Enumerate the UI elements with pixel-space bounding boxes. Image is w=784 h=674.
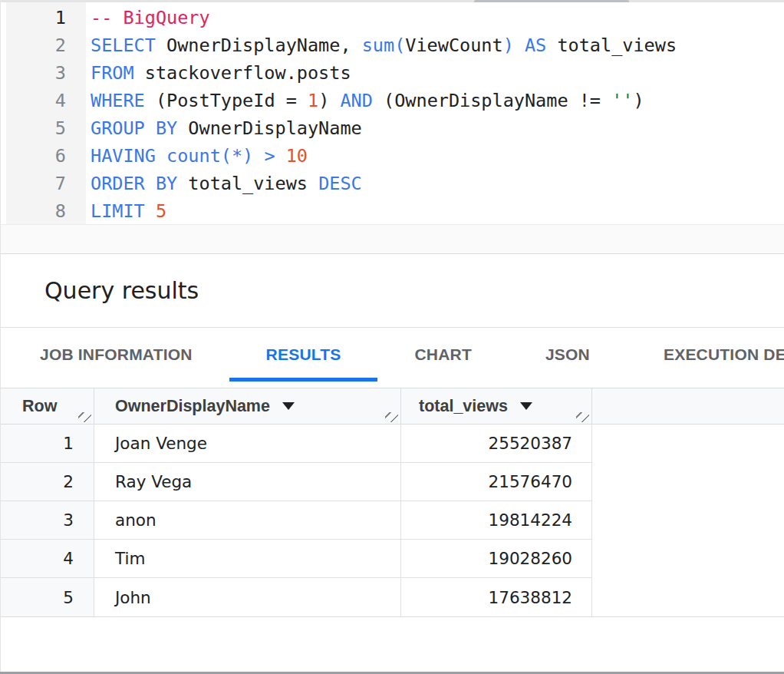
code-token-kw: sum(	[362, 35, 406, 56]
code-token-pln: OwnerDisplayName,	[156, 35, 362, 56]
code-line: SELECT OwnerDisplayName, sum(ViewCount) …	[91, 31, 784, 59]
code-token-pln: total_views	[177, 173, 318, 194]
sql-editor[interactable]: 12345678 -- BigQuerySELECT OwnerDisplayN…	[0, 2, 784, 225]
table-body: 1Joan Venge255203872Ray Vega215764703ano…	[0, 425, 784, 616]
line-number: 1	[6, 4, 86, 31]
code-token-kw: SELECT	[91, 35, 156, 56]
editor-results-gap	[0, 225, 784, 254]
owner-name-cell: Ray Vega	[94, 463, 401, 501]
code-token-pln: )	[633, 90, 644, 111]
code-token-kw: AS	[525, 35, 546, 56]
line-number: 5	[6, 114, 86, 142]
results-table: RowOwnerDisplayNametotal_views 1Joan Ven…	[0, 388, 784, 617]
column-resize-handle[interactable]	[576, 412, 589, 422]
tabs-row: JOB INFORMATIONRESULTSCHARTJSONEXECUTION…	[3, 328, 784, 382]
code-line: ORDER BY total_views DESC	[91, 170, 784, 197]
line-number: 3	[6, 59, 86, 87]
caret-down-icon[interactable]	[282, 402, 295, 410]
line-number: 8	[6, 197, 86, 225]
total-views-cell: 25520387	[401, 425, 592, 463]
tab-results[interactable]: RESULTS	[229, 328, 378, 382]
code-token-kw: count(*)	[166, 145, 253, 167]
line-number: 7	[6, 170, 86, 197]
table-header: RowOwnerDisplayNametotal_views	[0, 388, 784, 425]
query-results-title: Query results	[44, 254, 199, 327]
code-token-pln: stackoverflow.posts	[134, 62, 351, 84]
code-token-num: 1	[308, 90, 318, 111]
code-token-kw: AND	[340, 90, 372, 111]
line-number-gutter: 12345678	[6, 2, 86, 224]
code-token-kw: WHERE	[91, 90, 145, 111]
table-bottom-border	[0, 616, 784, 617]
code-token-pln	[514, 35, 525, 56]
total-views-cell: 19814224	[401, 501, 592, 540]
table-row: 4Tim19028260	[0, 540, 784, 578]
row-filler-cell	[592, 425, 784, 463]
table-row: 2Ray Vega21576470	[0, 463, 784, 501]
code-token-kw: >	[264, 145, 275, 167]
tab-json[interactable]: JSON	[509, 328, 627, 382]
owner-name-cell: John	[94, 578, 401, 616]
code-token-kw: HAVING	[91, 145, 156, 167]
row-number-cell: 4	[0, 540, 94, 578]
code-line: WHERE (PostTypeId = 1) AND (OwnerDisplay…	[91, 87, 784, 114]
tab-execution-details[interactable]: EXECUTION DETAILS	[627, 328, 784, 382]
code-token-pln: (OwnerDisplayName !=	[373, 90, 611, 111]
code-token-pln: OwnerDisplayName	[177, 117, 362, 139]
column-header-ownerdisplayname: OwnerDisplayName	[94, 388, 401, 424]
code-token-kw: ORDER BY	[91, 173, 177, 194]
code-line: FROM stackoverflow.posts	[91, 59, 784, 87]
total-views-cell: 21576470	[401, 463, 592, 501]
query-results-panel-header: Query results	[0, 254, 784, 328]
owner-name-cell: Tim	[94, 540, 401, 578]
line-number: 2	[6, 31, 86, 59]
results-tabbar: JOB INFORMATIONRESULTSCHARTJSONEXECUTION…	[0, 328, 784, 388]
caret-down-icon[interactable]	[520, 402, 532, 410]
row-number-cell: 5	[0, 578, 94, 616]
code-token-pln	[156, 145, 166, 167]
code-token-com: -- BigQuery	[91, 7, 210, 28]
line-number: 4	[6, 87, 86, 114]
row-filler-cell	[592, 463, 784, 501]
code-line: GROUP BY OwnerDisplayName	[91, 114, 784, 142]
code-token-kw: LIMIT	[91, 200, 145, 222]
header-filler	[592, 388, 784, 424]
row-number-cell: 2	[0, 463, 94, 501]
column-header-row: Row	[0, 388, 94, 424]
code-line: -- BigQuery	[91, 4, 784, 31]
code-area[interactable]: -- BigQuerySELECT OwnerDisplayName, sum(…	[91, 2, 784, 226]
owner-name-cell: Joan Venge	[94, 425, 401, 463]
code-token-pln: )	[318, 90, 340, 111]
code-line: LIMIT 5	[91, 197, 784, 225]
row-filler-cell	[592, 540, 784, 578]
row-number-cell: 3	[0, 501, 94, 540]
code-token-kw: )	[503, 35, 514, 56]
code-token-str: ''	[611, 90, 633, 111]
column-resize-handle[interactable]	[385, 412, 398, 422]
column-label: Row	[22, 397, 57, 416]
table-row: 5John17638812	[0, 578, 784, 616]
code-token-kw: GROUP BY	[91, 117, 177, 139]
code-token-pln: total_views	[546, 35, 677, 56]
column-header-total-views: total_views	[401, 388, 592, 424]
code-token-kw: DESC	[318, 173, 362, 194]
window-left-edge	[0, 0, 1, 674]
active-tab-underline	[229, 378, 378, 382]
code-token-pln	[253, 145, 264, 167]
column-label: OwnerDisplayName	[115, 397, 270, 416]
tab-job-information[interactable]: JOB INFORMATION	[3, 328, 229, 382]
code-token-pln	[145, 200, 156, 222]
column-resize-handle[interactable]	[78, 412, 91, 422]
code-token-pln: (PostTypeId =	[145, 90, 308, 111]
table-row: 3anon19814224	[0, 501, 784, 540]
table-row: 1Joan Venge25520387	[0, 425, 784, 463]
code-token-kw: FROM	[91, 62, 134, 84]
code-token-pln: ViewCount	[405, 35, 502, 56]
tab-chart[interactable]: CHART	[377, 328, 509, 382]
code-token-pln	[275, 145, 286, 167]
code-token-num: 10	[286, 145, 308, 167]
row-filler-cell	[592, 501, 784, 540]
total-views-cell: 17638812	[401, 578, 592, 616]
line-number: 6	[6, 142, 86, 170]
total-views-cell: 19028260	[401, 540, 592, 578]
